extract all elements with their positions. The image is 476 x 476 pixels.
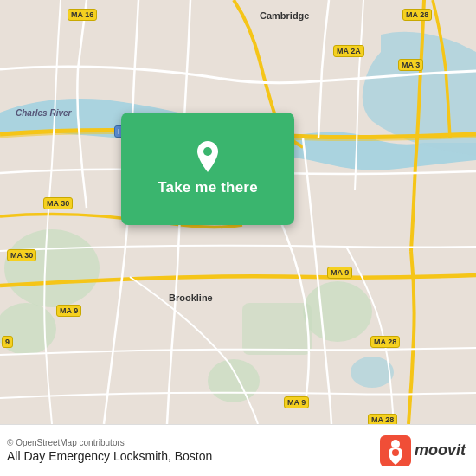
location-pin-icon bbox=[192, 141, 223, 172]
take-me-there-label: Take me there bbox=[158, 179, 258, 196]
svg-point-1 bbox=[4, 229, 100, 307]
attribution-text: © OpenStreetMap contributors bbox=[7, 438, 212, 447]
svg-rect-5 bbox=[242, 303, 312, 355]
badge-ma3: MA 3 bbox=[398, 59, 423, 71]
badge-ma28-bot: MA 28 bbox=[368, 414, 397, 424]
bottom-left: © OpenStreetMap contributors All Day Eme… bbox=[7, 438, 212, 463]
bottom-bar: © OpenStreetMap contributors All Day Eme… bbox=[0, 424, 476, 476]
badge-ma9-3: 9 bbox=[2, 336, 13, 348]
badge-ma28-top: MA 28 bbox=[402, 9, 432, 21]
svg-point-3 bbox=[303, 281, 372, 342]
map-container: Cambridge Charles River River Brookline … bbox=[0, 0, 476, 424]
business-name: All Day Emergency Locksmith, Boston bbox=[7, 449, 212, 463]
badge-ma2a: MA 2A bbox=[333, 45, 364, 57]
badge-ma9-1: MA 9 bbox=[327, 267, 352, 279]
badge-ma9-2: MA 9 bbox=[56, 305, 81, 317]
badge-ma9-4: MA 9 bbox=[284, 396, 309, 408]
svg-point-10 bbox=[392, 449, 399, 456]
svg-point-7 bbox=[203, 147, 212, 156]
moovit-icon bbox=[380, 435, 411, 466]
badge-ma28-mid: MA 28 bbox=[370, 336, 400, 348]
svg-point-9 bbox=[391, 440, 400, 448]
badge-ma16: MA 16 bbox=[68, 9, 97, 21]
moovit-logo: moovit bbox=[380, 435, 466, 466]
badge-ma30-2: MA 30 bbox=[7, 249, 36, 261]
badge-ma30-1: MA 30 bbox=[43, 197, 73, 209]
svg-point-4 bbox=[208, 359, 260, 402]
moovit-text: moovit bbox=[415, 441, 466, 460]
take-me-there-card[interactable]: Take me there bbox=[121, 113, 294, 225]
